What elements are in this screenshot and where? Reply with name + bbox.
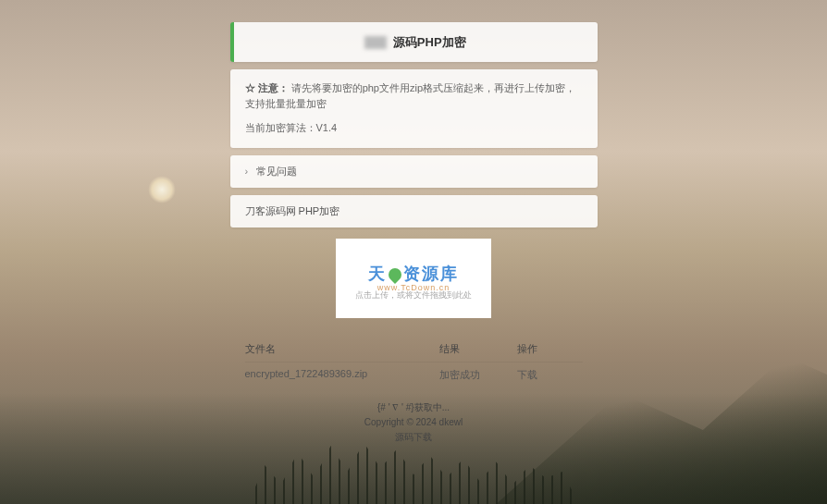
sun-decoration (148, 176, 176, 203)
cell-filename: encrypted_1722489369.zip (245, 368, 440, 382)
cell-result: 加密成功 (439, 368, 517, 382)
notice-line: ☆ 注意： 请先将要加密的php文件用zip格式压缩起来，再进行上传加密，支持批… (245, 80, 583, 113)
page-title: 源码PHP加密 (393, 35, 466, 49)
section-label-card: 刀客源码网 PHP加密 (230, 195, 598, 227)
results-table: 文件名 结果 操作 encrypted_1722489369.zip 加密成功 … (230, 329, 598, 395)
chevron-right-icon: › (245, 166, 249, 177)
upload-hint: 点击上传，或将文件拖拽到此处 (355, 289, 472, 301)
upload-dropzone[interactable]: 天资源库 www.TcDown.cn 点击上传，或将文件拖拽到此处 (336, 239, 491, 318)
copyright-text: Copyright © 2024 dkewl (230, 415, 598, 430)
download-link[interactable]: 下载 (517, 368, 582, 382)
footer: {# ' ∇ ' #}获取中... Copyright © 2024 dkewl… (230, 400, 598, 445)
col-header-action: 操作 (517, 342, 582, 356)
col-header-result: 结果 (439, 342, 517, 356)
notice-card: ☆ 注意： 请先将要加密的php文件用zip格式压缩起来，再进行上传加密，支持批… (230, 69, 598, 148)
title-card: 源码PHP加密 (230, 22, 598, 62)
watermark-main: 天资源库 (336, 263, 491, 285)
cloud-icon (386, 265, 404, 284)
hitokoto-text: {# ' ∇ ' #}获取中... (230, 400, 598, 415)
source-download-link[interactable]: 源码下载 (230, 430, 598, 445)
col-header-file: 文件名 (245, 342, 440, 356)
main-container: 源码PHP加密 ☆ 注意： 请先将要加密的php文件用zip格式压缩起来，再进行… (230, 0, 598, 445)
algorithm-version: 当前加密算法：V1.4 (245, 120, 583, 137)
notice-prefix: ☆ 注意： (245, 82, 289, 93)
faq-label: 常见问题 (256, 166, 297, 177)
table-header: 文件名 结果 操作 (245, 337, 583, 363)
trees-decoration (248, 439, 579, 504)
notice-text: 请先将要加密的php文件用zip格式压缩起来，再进行上传加密，支持批量批量加密 (245, 82, 576, 110)
table-row: encrypted_1722489369.zip 加密成功 下载 (245, 363, 583, 387)
blurred-prefix (364, 36, 387, 49)
section-label: 刀客源码网 PHP加密 (245, 205, 340, 216)
faq-card[interactable]: › 常见问题 (230, 155, 598, 188)
